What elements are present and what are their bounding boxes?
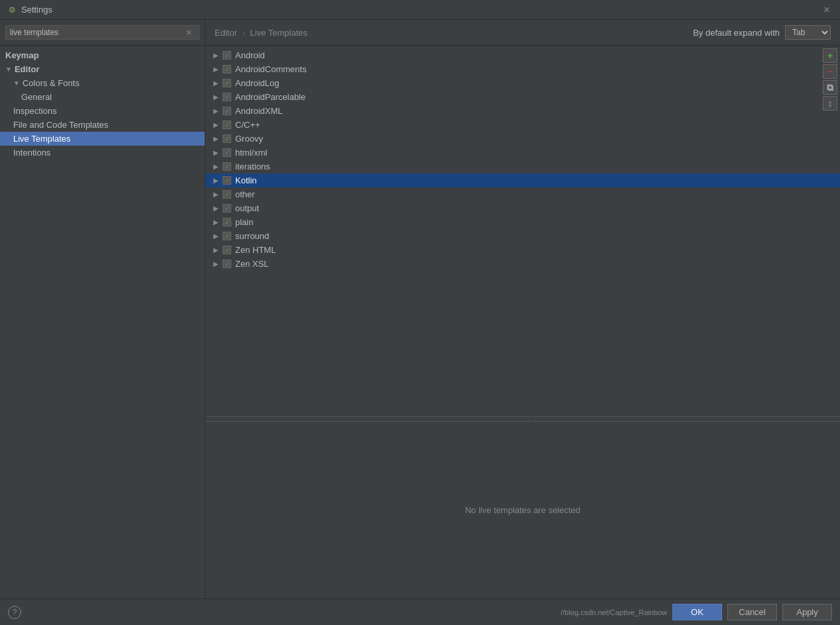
- label-android-log: AndroidLog: [235, 78, 280, 88]
- checkbox-plain[interactable]: [223, 218, 231, 226]
- list-item-cpp[interactable]: ▶C/C++: [205, 118, 840, 132]
- sidebar-item-keymap[interactable]: Keymap: [0, 48, 205, 62]
- list-item-output[interactable]: ▶output: [205, 201, 840, 215]
- list-item-zen-html[interactable]: ▶Zen HTML: [205, 243, 840, 257]
- checkbox-android-log[interactable]: [223, 79, 231, 87]
- checkbox-output[interactable]: [223, 204, 231, 213]
- arrow-android: ▶: [213, 52, 219, 59]
- title-bar: ⚙ Settings ×: [0, 0, 840, 20]
- arrow-zen-html: ▶: [213, 246, 219, 254]
- checkbox-html-xml[interactable]: [223, 148, 231, 157]
- checkbox-iterations[interactable]: [223, 162, 231, 171]
- arrow-surround: ▶: [213, 232, 219, 240]
- sidebar-item-inspections[interactable]: Inspections: [0, 104, 205, 118]
- list-item-zen-xsl[interactable]: ▶Zen XSL: [205, 257, 840, 271]
- file-code-templates-label: File and Code Templates: [13, 120, 109, 130]
- sidebar-item-general[interactable]: General: [0, 90, 205, 104]
- editor-label: Editor: [15, 64, 40, 74]
- list-item-groovy[interactable]: ▶Groovy: [205, 132, 840, 146]
- checkbox-kotlin[interactable]: [223, 176, 231, 185]
- checkbox-android-parcelable[interactable]: [223, 93, 231, 101]
- breadcrumb: Editor › Live Templates: [215, 28, 307, 38]
- label-output: output: [235, 203, 259, 213]
- checkbox-zen-html[interactable]: [223, 246, 231, 254]
- label-cpp: C/C++: [235, 120, 260, 130]
- cancel-button[interactable]: Cancel: [727, 604, 777, 620]
- close-button[interactable]: ×: [820, 3, 833, 17]
- list-item-android-parcelable[interactable]: ▶AndroidParcelable: [205, 90, 840, 104]
- list-item-html-xml[interactable]: ▶html/xml: [205, 146, 840, 160]
- intentions-label: Intentions: [13, 148, 50, 158]
- main-header: Editor › Live Templates By default expan…: [205, 20, 840, 46]
- list-item-other[interactable]: ▶other: [205, 187, 840, 201]
- template-list-inner: ▶Android▶AndroidComments▶AndroidLog▶Andr…: [205, 46, 840, 273]
- colors-fonts-arrow: ▼: [13, 79, 20, 87]
- keymap-label: Keymap: [5, 50, 39, 60]
- checkbox-android-xml[interactable]: [223, 107, 231, 115]
- remove-button[interactable]: −: [823, 64, 837, 79]
- breadcrumb-editor: Editor: [215, 28, 237, 38]
- empty-message: No live templates are selected: [465, 505, 580, 515]
- arrow-iterations: ▶: [213, 163, 219, 170]
- footer: ? //blog.csdn.net/Captive_Rainbow OK Can…: [0, 599, 840, 625]
- search-input[interactable]: [5, 25, 199, 40]
- expand-select[interactable]: Tab Space Enter: [785, 25, 831, 40]
- label-html-xml: html/xml: [235, 148, 267, 158]
- breadcrumb-live-templates: Live Templates: [250, 28, 307, 38]
- sidebar-item-file-code-templates[interactable]: File and Code Templates: [0, 118, 205, 132]
- list-item-android-xml[interactable]: ▶AndroidXML: [205, 104, 840, 118]
- checkbox-other[interactable]: [223, 190, 231, 199]
- arrow-kotlin: ▶: [213, 177, 219, 184]
- live-templates-label: Live Templates: [13, 134, 70, 144]
- sidebar-item-live-templates[interactable]: Live Templates: [0, 132, 205, 146]
- apply-button[interactable]: Apply: [782, 604, 832, 620]
- arrow-plain: ▶: [213, 218, 219, 226]
- list-item-iterations[interactable]: ▶iterations: [205, 160, 840, 173]
- label-groovy: Groovy: [235, 134, 263, 144]
- settings-icon: ⚙: [7, 5, 17, 15]
- list-item-kotlin[interactable]: ▶Kotlin: [205, 173, 840, 187]
- sidebar-item-editor[interactable]: ▼ Editor: [0, 62, 205, 76]
- sidebar-item-intentions[interactable]: Intentions: [0, 146, 205, 160]
- sidebar-tree: Keymap ▼ Editor ▼ Colors & Fonts General…: [0, 46, 205, 162]
- move-button[interactable]: ↕: [823, 96, 837, 111]
- footer-url: //blog.csdn.net/Captive_Rainbow: [560, 608, 667, 616]
- breadcrumb-separator: ›: [242, 28, 248, 38]
- copy-button[interactable]: ⧉: [823, 80, 837, 95]
- ok-button[interactable]: OK: [672, 604, 722, 620]
- checkbox-groovy[interactable]: [223, 134, 231, 143]
- list-item-android-comments[interactable]: ▶AndroidComments: [205, 62, 840, 76]
- list-item-android[interactable]: ▶Android: [205, 48, 840, 62]
- label-android-parcelable: AndroidParcelable: [235, 92, 305, 102]
- list-item-android-log[interactable]: ▶AndroidLog: [205, 76, 840, 90]
- main-split: ▶Android▶AndroidComments▶AndroidLog▶Andr…: [205, 46, 840, 599]
- label-android-xml: AndroidXML: [235, 106, 283, 116]
- checkbox-zen-xsl[interactable]: [223, 260, 231, 268]
- label-kotlin: Kotlin: [235, 175, 257, 185]
- title-bar-text: Settings: [21, 5, 52, 15]
- checkbox-surround[interactable]: [223, 232, 231, 240]
- arrow-cpp: ▶: [213, 121, 219, 128]
- label-zen-xsl: Zen XSL: [235, 259, 269, 269]
- template-list: ▶Android▶AndroidComments▶AndroidLog▶Andr…: [205, 46, 840, 416]
- label-android: Android: [235, 50, 265, 60]
- checkbox-cpp[interactable]: [223, 120, 231, 129]
- label-zen-html: Zen HTML: [235, 245, 276, 255]
- label-plain: plain: [235, 217, 253, 227]
- checkbox-android[interactable]: [223, 51, 231, 60]
- divider-handle[interactable]: · · · · ·: [205, 416, 840, 422]
- list-item-surround[interactable]: ▶surround: [205, 229, 840, 243]
- arrow-android-xml: ▶: [213, 107, 219, 115]
- search-clear-icon[interactable]: ×: [186, 27, 191, 38]
- arrow-groovy: ▶: [213, 135, 219, 142]
- add-button[interactable]: +: [823, 48, 837, 63]
- arrow-zen-xsl: ▶: [213, 260, 219, 267]
- checkbox-android-comments[interactable]: [223, 65, 231, 73]
- arrow-html-xml: ▶: [213, 149, 219, 156]
- label-iterations: iterations: [235, 162, 270, 171]
- arrow-other: ▶: [213, 191, 219, 198]
- list-item-plain[interactable]: ▶plain: [205, 215, 840, 229]
- help-button[interactable]: ?: [8, 606, 21, 619]
- sidebar-item-colors-fonts[interactable]: ▼ Colors & Fonts: [0, 76, 205, 90]
- arrow-output: ▶: [213, 205, 219, 212]
